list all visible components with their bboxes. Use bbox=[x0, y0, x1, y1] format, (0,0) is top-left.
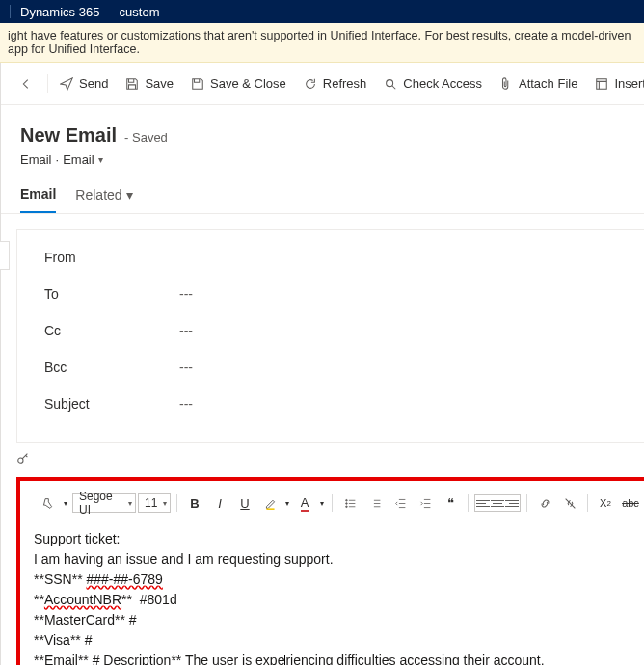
quote-button[interactable]: ❝ bbox=[439, 492, 462, 514]
svg-rect-1 bbox=[597, 78, 607, 89]
email-body-editor[interactable]: ▾ Segoe UI 11 B I U ▾ A ▾ bbox=[16, 477, 644, 665]
svg-point-4 bbox=[345, 502, 347, 504]
subscript-button[interactable]: X2 bbox=[594, 492, 617, 514]
bullet-list-button[interactable] bbox=[338, 492, 362, 514]
bold-button[interactable]: B bbox=[183, 492, 206, 514]
highlight-button[interactable] bbox=[258, 492, 282, 514]
chevron-down-icon: ▾ bbox=[126, 187, 133, 202]
check-access-button[interactable]: Check Access bbox=[376, 72, 490, 94]
svg-point-3 bbox=[345, 499, 347, 501]
tab-email[interactable]: Email bbox=[20, 180, 56, 213]
font-color-button[interactable]: A bbox=[293, 492, 316, 514]
rte-toolbar: ▾ Segoe UI 11 B I U ▾ A ▾ bbox=[30, 491, 644, 521]
underline-button[interactable]: U bbox=[233, 492, 256, 514]
back-button[interactable] bbox=[13, 70, 40, 97]
breadcrumb: Email · Email ▾ bbox=[20, 152, 644, 167]
highlight-caret[interactable]: ▾ bbox=[283, 492, 291, 514]
left-rail bbox=[0, 63, 1, 665]
insert-template-button[interactable]: Insert Templat bbox=[587, 72, 644, 94]
app-topbar: Dynamics 365 — custom bbox=[0, 0, 644, 23]
to-field[interactable]: To --- bbox=[44, 286, 644, 302]
page-title: New Email bbox=[20, 124, 117, 146]
bcc-field[interactable]: Bcc --- bbox=[44, 359, 644, 375]
italic-button[interactable]: I bbox=[208, 492, 231, 514]
side-tab-stub[interactable] bbox=[0, 241, 10, 270]
personalization-icon[interactable] bbox=[16, 451, 644, 467]
format-painter-caret[interactable]: ▾ bbox=[61, 492, 70, 514]
attach-file-button[interactable]: Attach File bbox=[492, 72, 585, 94]
email-body-text[interactable]: Support ticket: I am having an issue and… bbox=[30, 521, 644, 665]
outdent-button[interactable] bbox=[389, 492, 412, 514]
font-family-select[interactable]: Segoe UI bbox=[72, 493, 136, 513]
page-header: New Email - Saved Email · Email ▾ bbox=[1, 105, 644, 167]
chevron-down-icon[interactable]: ▾ bbox=[98, 154, 103, 165]
format-painter-button[interactable] bbox=[36, 492, 59, 514]
from-field[interactable]: From bbox=[44, 250, 644, 265]
command-bar: Send Save Save & Close Refresh Check Acc… bbox=[1, 63, 644, 105]
page-subtitle: - Saved bbox=[124, 130, 168, 145]
link-button[interactable] bbox=[533, 492, 556, 514]
svg-point-5 bbox=[345, 505, 347, 507]
subject-field[interactable]: Subject --- bbox=[44, 396, 644, 412]
indent-button[interactable] bbox=[414, 492, 437, 514]
save-button[interactable]: Save bbox=[118, 72, 181, 94]
svg-point-0 bbox=[387, 79, 393, 86]
app-title: Dynamics 365 — custom bbox=[20, 5, 160, 19]
cc-field[interactable]: Cc --- bbox=[44, 323, 644, 338]
email-fields: From To --- Cc --- Bcc --- Subject --- bbox=[16, 229, 644, 443]
refresh-button[interactable]: Refresh bbox=[296, 72, 375, 94]
send-button[interactable]: Send bbox=[52, 72, 116, 94]
unified-interface-warning: ight have features or customizations tha… bbox=[0, 23, 644, 63]
unlink-button[interactable] bbox=[558, 492, 581, 514]
font-size-select[interactable]: 11 bbox=[138, 493, 171, 513]
align-buttons[interactable] bbox=[474, 494, 521, 512]
tab-bar: Email Related▾ bbox=[1, 167, 644, 214]
tab-related[interactable]: Related▾ bbox=[75, 180, 132, 213]
numbered-list-button[interactable] bbox=[363, 492, 387, 514]
strike-button[interactable]: abc bbox=[619, 492, 642, 514]
font-color-caret[interactable]: ▾ bbox=[318, 492, 326, 514]
save-close-button[interactable]: Save & Close bbox=[183, 72, 294, 94]
